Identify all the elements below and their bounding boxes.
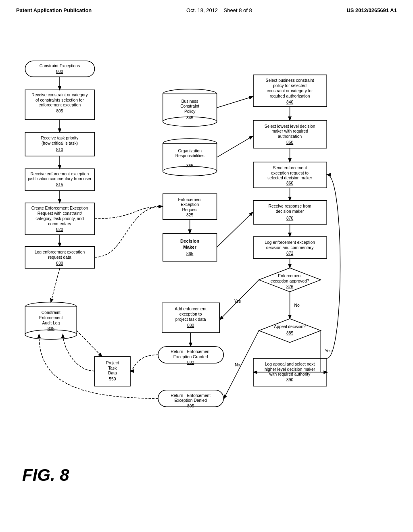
svg-text:category, task priority, and: category, task priority, and xyxy=(35,216,84,221)
svg-text:Policy: Policy xyxy=(184,109,196,114)
svg-line-114 xyxy=(51,268,60,302)
svg-text:Decision: Decision xyxy=(180,239,199,243)
svg-text:810: 810 xyxy=(56,148,63,152)
header-date: Oct. 18, 2012 xyxy=(186,7,218,13)
svg-text:No: No xyxy=(235,363,240,367)
svg-text:justification commentary from : justification commentary from user xyxy=(27,177,92,181)
svg-text:Log enforcement exception: Log enforcement exception xyxy=(35,250,85,254)
svg-text:845: 845 xyxy=(186,116,193,120)
svg-text:895: 895 xyxy=(187,404,194,408)
svg-text:Responsibilities: Responsibilities xyxy=(175,154,204,158)
svg-text:Yes: Yes xyxy=(325,349,332,353)
svg-text:Organization: Organization xyxy=(178,149,202,153)
svg-text:Constraint: Constraint xyxy=(42,310,60,315)
svg-text:Receive constraint or category: Receive constraint or category xyxy=(31,93,88,97)
svg-text:decision and commentary: decision and commentary xyxy=(266,245,314,250)
svg-text:Business: Business xyxy=(181,99,198,104)
svg-text:Constraint Exceptions: Constraint Exceptions xyxy=(40,64,80,68)
svg-text:Add enforcement: Add enforcement xyxy=(175,307,206,311)
svg-text:870: 870 xyxy=(286,216,293,220)
page-header: Patent Application Publication Oct. 18, … xyxy=(0,0,413,17)
svg-text:Request: Request xyxy=(182,208,198,212)
svg-text:Enforcement: Enforcement xyxy=(278,274,302,278)
svg-text:Task: Task xyxy=(108,366,117,370)
svg-text:exception approved?: exception approved? xyxy=(271,279,309,283)
svg-point-28 xyxy=(25,330,77,339)
svg-text:required authorization: required authorization xyxy=(270,94,310,98)
svg-text:825: 825 xyxy=(186,213,193,217)
svg-text:840: 840 xyxy=(286,100,293,104)
svg-text:Enforcement: Enforcement xyxy=(39,316,63,320)
svg-text:885: 885 xyxy=(286,331,293,335)
svg-text:exception request to: exception request to xyxy=(271,171,309,175)
svg-text:805: 805 xyxy=(56,109,63,113)
figure-label: FIG. 8 xyxy=(22,466,69,485)
svg-text:maker with required: maker with required xyxy=(271,129,308,133)
svg-text:Create Enforcement Exception: Create Enforcement Exception xyxy=(31,206,88,210)
svg-line-124 xyxy=(217,212,253,247)
svg-text:Receive task priority: Receive task priority xyxy=(41,136,79,140)
svg-text:with required authority: with required authority xyxy=(269,372,311,376)
svg-text:550: 550 xyxy=(109,377,116,381)
svg-text:constraint or category for: constraint or category for xyxy=(267,89,313,93)
svg-text:Maker: Maker xyxy=(183,245,196,249)
svg-text:Exception: Exception xyxy=(181,202,199,207)
svg-text:Constraint: Constraint xyxy=(180,104,199,108)
header-left: Patent Application Publication xyxy=(16,7,92,13)
svg-text:880: 880 xyxy=(187,323,194,328)
svg-text:decision maker: decision maker xyxy=(276,209,304,214)
svg-text:selected decision maker: selected decision maker xyxy=(267,176,312,180)
svg-text:Appeal decision?: Appeal decision? xyxy=(274,324,306,329)
svg-text:Log enforcement exception: Log enforcement exception xyxy=(265,240,315,245)
svg-text:815: 815 xyxy=(56,183,63,187)
svg-text:authorization: authorization xyxy=(278,134,302,139)
svg-text:Project: Project xyxy=(106,361,119,365)
svg-line-117 xyxy=(217,136,253,157)
svg-text:830: 830 xyxy=(56,261,63,266)
svg-text:Exception Granted: Exception Granted xyxy=(173,355,208,359)
svg-text:882: 882 xyxy=(187,360,194,365)
svg-text:Select lowest level decision: Select lowest level decision xyxy=(265,124,315,129)
svg-text:request data: request data xyxy=(48,255,71,260)
svg-text:exception to: exception to xyxy=(179,312,202,316)
svg-text:Request with constraint/: Request with constraint/ xyxy=(38,211,82,216)
svg-text:850: 850 xyxy=(286,140,293,145)
svg-text:policy for selected: policy for selected xyxy=(273,83,307,88)
svg-text:876: 876 xyxy=(286,285,293,289)
svg-text:enforcement exception: enforcement exception xyxy=(39,103,81,107)
svg-text:Yes: Yes xyxy=(234,299,241,303)
svg-text:Exception Denied: Exception Denied xyxy=(174,398,207,403)
svg-text:commentary: commentary xyxy=(48,222,72,226)
svg-text:higher level decision maker: higher level decision maker xyxy=(265,367,315,372)
svg-text:No: No xyxy=(294,303,299,308)
svg-text:835: 835 xyxy=(48,326,54,331)
svg-text:Receive response from: Receive response from xyxy=(269,204,311,208)
svg-text:Select business constraint: Select business constraint xyxy=(266,78,314,83)
svg-text:872: 872 xyxy=(286,251,293,256)
svg-text:890: 890 xyxy=(286,378,293,382)
svg-text:Data: Data xyxy=(108,371,117,375)
svg-text:Audit Log: Audit Log xyxy=(42,321,60,325)
svg-text:Return - Enforcement: Return - Enforcement xyxy=(171,393,211,398)
svg-text:Return - Enforcement: Return - Enforcement xyxy=(171,349,211,354)
svg-text:820: 820 xyxy=(56,227,63,232)
svg-text:800: 800 xyxy=(56,69,63,74)
header-right: US 2012/0265691 A1 xyxy=(346,7,397,13)
svg-text:865: 865 xyxy=(186,251,193,256)
header-center: Oct. 18, 2012 Sheet 8 of 8 xyxy=(186,7,252,13)
svg-text:860: 860 xyxy=(286,181,293,185)
svg-text:project task data: project task data xyxy=(175,317,206,322)
svg-text:855: 855 xyxy=(186,164,193,168)
svg-text:Log appeal and select next: Log appeal and select next xyxy=(265,362,315,366)
svg-text:(how critical is task): (how critical is task) xyxy=(42,141,78,145)
svg-text:Receive enforcement exception: Receive enforcement exception xyxy=(31,172,89,176)
svg-line-115 xyxy=(77,330,102,356)
svg-text:of constraints selection for: of constraints selection for xyxy=(35,98,84,102)
diagram-area: Constraint Exceptions 800 Receive constr… xyxy=(0,17,413,509)
svg-text:Enforcement: Enforcement xyxy=(178,197,202,202)
svg-line-116 xyxy=(217,97,253,108)
header-sheet: Sheet 8 of 8 xyxy=(224,7,252,13)
svg-text:Send enforcement: Send enforcement xyxy=(273,166,307,170)
